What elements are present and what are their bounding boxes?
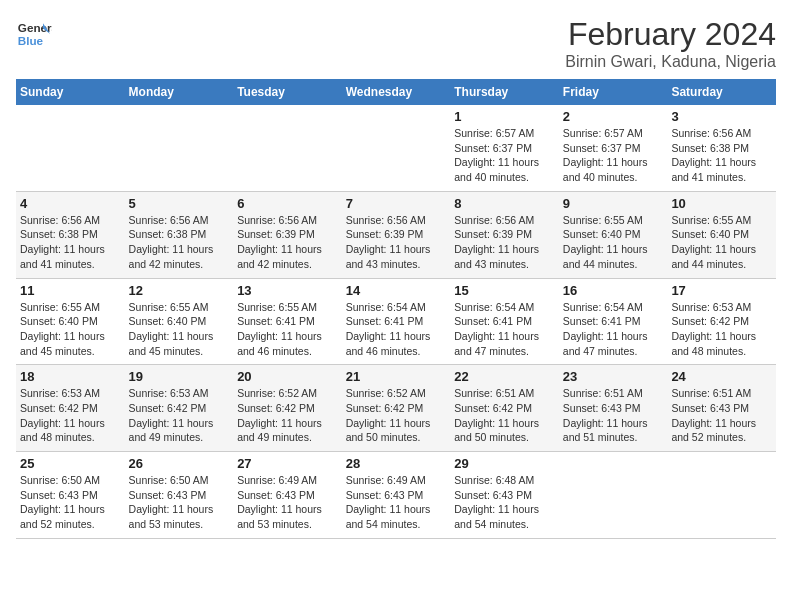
day-number: 4 (20, 196, 121, 211)
calendar-cell: 13Sunrise: 6:55 AMSunset: 6:41 PMDayligh… (233, 278, 342, 365)
page-header: General Blue February 2024 Birnin Gwari,… (16, 16, 776, 71)
calendar-cell: 20Sunrise: 6:52 AMSunset: 6:42 PMDayligh… (233, 365, 342, 452)
header-row: SundayMondayTuesdayWednesdayThursdayFrid… (16, 79, 776, 105)
day-number: 19 (129, 369, 230, 384)
calendar-cell: 12Sunrise: 6:55 AMSunset: 6:40 PMDayligh… (125, 278, 234, 365)
day-header-friday: Friday (559, 79, 668, 105)
day-header-sunday: Sunday (16, 79, 125, 105)
day-info: Sunrise: 6:55 AMSunset: 6:40 PMDaylight:… (20, 300, 121, 359)
calendar-cell: 27Sunrise: 6:49 AMSunset: 6:43 PMDayligh… (233, 452, 342, 539)
calendar-cell: 2Sunrise: 6:57 AMSunset: 6:37 PMDaylight… (559, 105, 668, 191)
day-info: Sunrise: 6:51 AMSunset: 6:43 PMDaylight:… (563, 386, 664, 445)
calendar-cell: 6Sunrise: 6:56 AMSunset: 6:39 PMDaylight… (233, 191, 342, 278)
day-info: Sunrise: 6:56 AMSunset: 6:38 PMDaylight:… (671, 126, 772, 185)
day-number: 29 (454, 456, 555, 471)
logo: General Blue (16, 16, 52, 52)
day-info: Sunrise: 6:53 AMSunset: 6:42 PMDaylight:… (129, 386, 230, 445)
calendar-cell: 5Sunrise: 6:56 AMSunset: 6:38 PMDaylight… (125, 191, 234, 278)
calendar-body: 1Sunrise: 6:57 AMSunset: 6:37 PMDaylight… (16, 105, 776, 538)
calendar-cell: 23Sunrise: 6:51 AMSunset: 6:43 PMDayligh… (559, 365, 668, 452)
day-number: 15 (454, 283, 555, 298)
day-info: Sunrise: 6:55 AMSunset: 6:40 PMDaylight:… (671, 213, 772, 272)
calendar-cell (559, 452, 668, 539)
calendar-cell: 22Sunrise: 6:51 AMSunset: 6:42 PMDayligh… (450, 365, 559, 452)
day-number: 2 (563, 109, 664, 124)
calendar-cell (667, 452, 776, 539)
day-info: Sunrise: 6:54 AMSunset: 6:41 PMDaylight:… (454, 300, 555, 359)
calendar-cell: 1Sunrise: 6:57 AMSunset: 6:37 PMDaylight… (450, 105, 559, 191)
day-info: Sunrise: 6:52 AMSunset: 6:42 PMDaylight:… (237, 386, 338, 445)
day-info: Sunrise: 6:54 AMSunset: 6:41 PMDaylight:… (346, 300, 447, 359)
day-number: 20 (237, 369, 338, 384)
calendar-cell: 17Sunrise: 6:53 AMSunset: 6:42 PMDayligh… (667, 278, 776, 365)
calendar-cell: 24Sunrise: 6:51 AMSunset: 6:43 PMDayligh… (667, 365, 776, 452)
day-info: Sunrise: 6:53 AMSunset: 6:42 PMDaylight:… (20, 386, 121, 445)
calendar-cell: 16Sunrise: 6:54 AMSunset: 6:41 PMDayligh… (559, 278, 668, 365)
calendar-table: SundayMondayTuesdayWednesdayThursdayFrid… (16, 79, 776, 539)
day-info: Sunrise: 6:50 AMSunset: 6:43 PMDaylight:… (20, 473, 121, 532)
day-info: Sunrise: 6:55 AMSunset: 6:40 PMDaylight:… (563, 213, 664, 272)
day-info: Sunrise: 6:56 AMSunset: 6:39 PMDaylight:… (454, 213, 555, 272)
calendar-cell: 25Sunrise: 6:50 AMSunset: 6:43 PMDayligh… (16, 452, 125, 539)
day-header-saturday: Saturday (667, 79, 776, 105)
calendar-cell: 28Sunrise: 6:49 AMSunset: 6:43 PMDayligh… (342, 452, 451, 539)
day-info: Sunrise: 6:56 AMSunset: 6:38 PMDaylight:… (129, 213, 230, 272)
calendar-cell: 11Sunrise: 6:55 AMSunset: 6:40 PMDayligh… (16, 278, 125, 365)
calendar-cell: 3Sunrise: 6:56 AMSunset: 6:38 PMDaylight… (667, 105, 776, 191)
day-number: 27 (237, 456, 338, 471)
day-number: 9 (563, 196, 664, 211)
day-info: Sunrise: 6:51 AMSunset: 6:43 PMDaylight:… (671, 386, 772, 445)
calendar-cell: 10Sunrise: 6:55 AMSunset: 6:40 PMDayligh… (667, 191, 776, 278)
day-number: 24 (671, 369, 772, 384)
calendar-cell (125, 105, 234, 191)
day-number: 7 (346, 196, 447, 211)
calendar-header: SundayMondayTuesdayWednesdayThursdayFrid… (16, 79, 776, 105)
svg-text:Blue: Blue (18, 34, 44, 47)
day-info: Sunrise: 6:57 AMSunset: 6:37 PMDaylight:… (454, 126, 555, 185)
day-number: 11 (20, 283, 121, 298)
day-number: 1 (454, 109, 555, 124)
calendar-week-3: 11Sunrise: 6:55 AMSunset: 6:40 PMDayligh… (16, 278, 776, 365)
day-info: Sunrise: 6:48 AMSunset: 6:43 PMDaylight:… (454, 473, 555, 532)
day-info: Sunrise: 6:53 AMSunset: 6:42 PMDaylight:… (671, 300, 772, 359)
day-number: 17 (671, 283, 772, 298)
calendar-cell: 7Sunrise: 6:56 AMSunset: 6:39 PMDaylight… (342, 191, 451, 278)
day-number: 6 (237, 196, 338, 211)
calendar-cell: 4Sunrise: 6:56 AMSunset: 6:38 PMDaylight… (16, 191, 125, 278)
day-number: 16 (563, 283, 664, 298)
day-info: Sunrise: 6:57 AMSunset: 6:37 PMDaylight:… (563, 126, 664, 185)
calendar-cell: 15Sunrise: 6:54 AMSunset: 6:41 PMDayligh… (450, 278, 559, 365)
calendar-cell (233, 105, 342, 191)
day-info: Sunrise: 6:56 AMSunset: 6:39 PMDaylight:… (346, 213, 447, 272)
day-info: Sunrise: 6:55 AMSunset: 6:41 PMDaylight:… (237, 300, 338, 359)
title-area: February 2024 Birnin Gwari, Kaduna, Nige… (565, 16, 776, 71)
day-number: 13 (237, 283, 338, 298)
day-number: 10 (671, 196, 772, 211)
day-number: 25 (20, 456, 121, 471)
calendar-cell (342, 105, 451, 191)
day-header-thursday: Thursday (450, 79, 559, 105)
calendar-cell: 8Sunrise: 6:56 AMSunset: 6:39 PMDaylight… (450, 191, 559, 278)
day-header-monday: Monday (125, 79, 234, 105)
calendar-week-2: 4Sunrise: 6:56 AMSunset: 6:38 PMDaylight… (16, 191, 776, 278)
calendar-cell: 26Sunrise: 6:50 AMSunset: 6:43 PMDayligh… (125, 452, 234, 539)
day-info: Sunrise: 6:55 AMSunset: 6:40 PMDaylight:… (129, 300, 230, 359)
day-number: 18 (20, 369, 121, 384)
day-number: 23 (563, 369, 664, 384)
calendar-cell: 14Sunrise: 6:54 AMSunset: 6:41 PMDayligh… (342, 278, 451, 365)
calendar-cell: 18Sunrise: 6:53 AMSunset: 6:42 PMDayligh… (16, 365, 125, 452)
day-number: 21 (346, 369, 447, 384)
day-info: Sunrise: 6:54 AMSunset: 6:41 PMDaylight:… (563, 300, 664, 359)
day-info: Sunrise: 6:51 AMSunset: 6:42 PMDaylight:… (454, 386, 555, 445)
day-info: Sunrise: 6:49 AMSunset: 6:43 PMDaylight:… (346, 473, 447, 532)
day-number: 14 (346, 283, 447, 298)
day-info: Sunrise: 6:49 AMSunset: 6:43 PMDaylight:… (237, 473, 338, 532)
day-info: Sunrise: 6:52 AMSunset: 6:42 PMDaylight:… (346, 386, 447, 445)
svg-text:General: General (18, 21, 52, 34)
day-info: Sunrise: 6:56 AMSunset: 6:38 PMDaylight:… (20, 213, 121, 272)
calendar-cell: 9Sunrise: 6:55 AMSunset: 6:40 PMDaylight… (559, 191, 668, 278)
calendar-week-5: 25Sunrise: 6:50 AMSunset: 6:43 PMDayligh… (16, 452, 776, 539)
month-year-title: February 2024 (565, 16, 776, 53)
day-number: 12 (129, 283, 230, 298)
day-number: 3 (671, 109, 772, 124)
